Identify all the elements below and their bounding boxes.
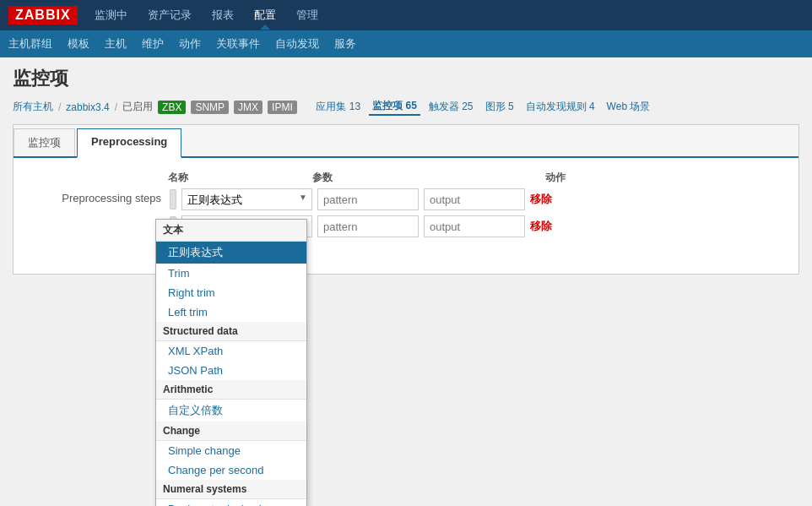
- form-area: 名称 参数 动作 Preprocessing steps 正则表达式: [14, 158, 798, 274]
- step-select-1[interactable]: 正则表达式: [181, 188, 312, 210]
- badge-snmp[interactable]: SNMP: [191, 101, 229, 114]
- col-name: 名称: [168, 171, 299, 185]
- nav-host-groups[interactable]: 主机群组: [8, 36, 52, 52]
- column-headers: 名称 参数 动作: [26, 171, 786, 185]
- dropdown-group-structured: Structured data: [156, 322, 306, 341]
- dropdown-item-simple-change[interactable]: Simple change: [156, 441, 306, 460]
- nav-discovery[interactable]: 自动发现: [275, 36, 319, 52]
- step-param2-2[interactable]: [424, 215, 525, 237]
- dropdown-menu: 文本 正则表达式 Trim Right trim Left trim Struc…: [155, 219, 307, 506]
- badge-ipmi[interactable]: IPMI: [268, 101, 297, 114]
- dropdown-item-right-trim[interactable]: Right trim: [156, 283, 306, 302]
- dropdown-item-json-path[interactable]: JSON Path: [156, 361, 306, 380]
- remove-btn-1[interactable]: 移除: [530, 192, 552, 207]
- step-row-1: 正则表达式 移除: [170, 188, 552, 210]
- badge-jmx[interactable]: JMX: [234, 101, 263, 114]
- tab-preprocessing[interactable]: Preprocessing: [77, 128, 181, 158]
- tab-triggers[interactable]: 触发器 25: [425, 99, 477, 115]
- nav-services[interactable]: 服务: [334, 36, 356, 52]
- dropdown-item-regex[interactable]: 正则表达式: [156, 242, 306, 264]
- step-param1-2[interactable]: [317, 215, 419, 237]
- remove-btn-2[interactable]: 移除: [530, 219, 552, 234]
- inner-tabs: 监控项 Preprocessing: [14, 125, 798, 158]
- nav-maintenance[interactable]: 维护: [142, 36, 164, 52]
- nav-admin[interactable]: 管理: [296, 8, 318, 23]
- tab-items[interactable]: 监控项: [14, 128, 75, 156]
- nav-templates[interactable]: 模板: [68, 36, 89, 52]
- step-param2-1[interactable]: [424, 188, 525, 210]
- breadcrumb-enabled: 已启用: [122, 100, 153, 114]
- page-title: 监控项: [13, 66, 799, 91]
- dropdown-item-change-per-second[interactable]: Change per second: [156, 460, 306, 480]
- breadcrumb-host[interactable]: zabbix3.4: [66, 101, 109, 113]
- preprocessing-row: Preprocessing steps 正则表达式 移除: [26, 188, 786, 261]
- step-param1-1[interactable]: [317, 188, 419, 210]
- second-navigation: 主机群组 模板 主机 维护 动作 关联事件 自动发现 服务: [0, 30, 812, 57]
- tab-web-scenarios[interactable]: Web 场景: [604, 99, 654, 115]
- nav-assets[interactable]: 资产记录: [148, 8, 192, 23]
- breadcrumb-all-hosts[interactable]: 所有主机: [13, 100, 53, 114]
- logo: ZABBIX: [8, 6, 78, 24]
- page-content: 监控项 所有主机 / zabbix3.4 / 已启用 ZBX SNMP JMX …: [0, 57, 812, 283]
- preprocessing-label: Preprocessing steps: [26, 188, 161, 204]
- tab-graphs[interactable]: 图形 5: [482, 99, 517, 115]
- col-action: 动作: [545, 171, 566, 185]
- nav-config[interactable]: 配置: [254, 8, 276, 23]
- dropdown-item-trim[interactable]: Trim: [156, 264, 306, 283]
- dropdown-item-left-trim[interactable]: Left trim: [156, 302, 306, 322]
- top-nav-items: 监测中 资产记录 报表 配置 管理: [95, 8, 318, 23]
- dropdown-group-arithmetic: Arithmetic: [156, 380, 306, 400]
- breadcrumb: 所有主机 / zabbix3.4 / 已启用 ZBX SNMP JMX IPMI…: [13, 98, 799, 116]
- nav-actions[interactable]: 动作: [179, 36, 201, 52]
- col-param: 参数: [304, 171, 523, 185]
- dropdown-group-change: Change: [156, 422, 306, 441]
- tab-monitoring-items[interactable]: 监控项 65: [369, 98, 420, 116]
- dropdown-group-numeral: Numeral systems: [156, 480, 306, 499]
- drag-handle-1[interactable]: [170, 189, 176, 209]
- main-panel: 监控项 Preprocessing 名称 参数 动作 Preprocessing…: [13, 124, 799, 275]
- nav-hosts[interactable]: 主机: [105, 36, 127, 52]
- top-navigation: ZABBIX 监测中 资产记录 报表 配置 管理: [0, 0, 812, 30]
- dropdown-item-xml-xpath[interactable]: XML XPath: [156, 341, 306, 361]
- badge-zbx[interactable]: ZBX: [158, 101, 186, 114]
- nav-reports[interactable]: 报表: [212, 8, 234, 23]
- step-select-wrapper-1: 正则表达式: [181, 188, 312, 210]
- tab-app-collection[interactable]: 应用集 13: [312, 99, 364, 115]
- dropdown-group-text: 文本: [156, 220, 306, 242]
- tab-discovery-rules[interactable]: 自动发现规则 4: [522, 99, 598, 115]
- dropdown-item-bool-to-decimal[interactable]: Boolean to decimal: [156, 499, 306, 506]
- dropdown-item-custom-multiplier[interactable]: 自定义倍数: [156, 400, 306, 422]
- nav-event-correlation[interactable]: 关联事件: [216, 36, 260, 52]
- nav-monitor[interactable]: 监测中: [95, 8, 127, 23]
